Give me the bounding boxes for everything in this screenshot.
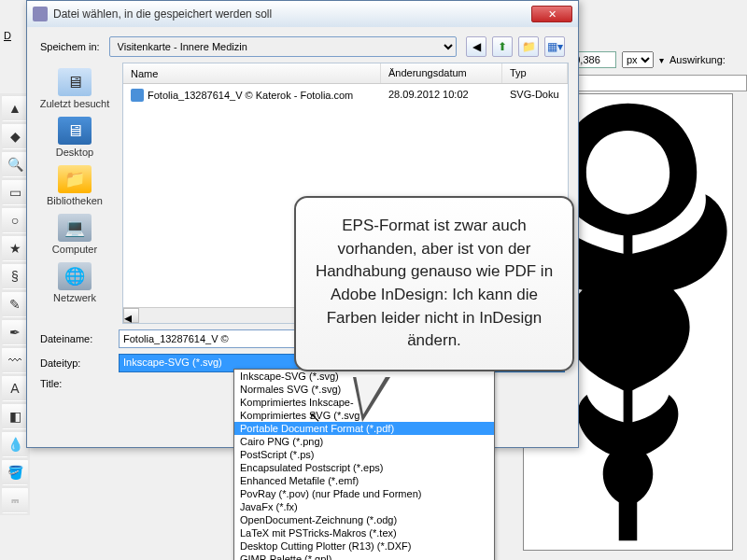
place-network[interactable]: 🌐Netzwerk (33, 260, 117, 305)
file-list-header[interactable]: Name Änderungsdatum Typ (123, 63, 568, 84)
places-sidebar: 🖥Zuletzt besucht 🖥Desktop 📁Bibliotheken … (27, 63, 122, 324)
filetype-option[interactable]: Encapsulated Postscript (*.eps) (234, 461, 494, 474)
close-button[interactable]: ✕ (531, 6, 572, 22)
filetype-option[interactable]: Cairo PNG (*.png) (234, 435, 494, 448)
filetype-option[interactable]: PostScript (*.ps) (234, 448, 494, 461)
save-in-label: Speichem in: (40, 41, 100, 52)
tool-dropper[interactable]: 💧 (2, 431, 28, 457)
tool-bucket[interactable]: 🪣 (2, 459, 28, 485)
col-date: Änderungsdatum (381, 63, 502, 83)
col-name: Name (123, 63, 381, 83)
file-row[interactable]: Fotolia_13287614_V © Katerok - Fotolia.c… (123, 84, 568, 106)
filetype-option[interactable]: OpenDocument-Zeichnung (*.odg) (234, 513, 494, 526)
folder-select[interactable]: Visitenkarte - Innere Medizin (109, 36, 457, 57)
filename-label: Dateiname: (40, 333, 106, 344)
place-recent[interactable]: 🖥Zuletzt besucht (33, 66, 117, 111)
dialog-title: Datei wählen, in die gespeichert werden … (53, 7, 272, 21)
tool-connector[interactable]: ⎓ (2, 487, 28, 513)
filetype-option[interactable]: Enhanced Metafile (*.emf) (234, 474, 494, 487)
tool-gradient[interactable]: ◧ (2, 403, 28, 429)
dialog-titlebar: Datei wählen, in die gespeichert werden … (27, 1, 578, 27)
scroll-left[interactable]: ◂ (123, 308, 139, 323)
tool-pointer[interactable]: ▲ (2, 95, 28, 121)
tool-text[interactable]: A (2, 375, 28, 401)
tool-spiral[interactable]: § (2, 263, 28, 289)
tool-zoom[interactable]: 🔍 (2, 151, 28, 177)
tool-pencil[interactable]: ✎ (2, 291, 28, 317)
place-computer[interactable]: 💻Computer (33, 212, 117, 257)
place-desktop[interactable]: 🖥Desktop (33, 115, 117, 160)
filetype-option[interactable]: Desktop Cutting Plotter (R13) (*.DXF) (234, 539, 494, 553)
filetype-label: Dateityp: (40, 357, 106, 369)
tool-circle[interactable]: ○ (2, 207, 28, 233)
col-type: Typ (502, 63, 568, 83)
tool-star[interactable]: ★ (2, 235, 28, 261)
filetype-option[interactable]: LaTeX mit PSTricks-Makros (*.tex) (234, 526, 494, 539)
tool-node[interactable]: ◆ (2, 123, 28, 149)
filetype-option[interactable]: PovRay (*.pov) (nur Pfade und Formen) (234, 487, 494, 500)
effects-label: Auswirkung: (669, 54, 726, 65)
tutorial-callout: EPS-Format ist zwar auch vorhanden, aber… (294, 196, 574, 371)
new-folder-button[interactable]: 📁 (518, 36, 539, 57)
tool-pen[interactable]: ✒ (2, 319, 28, 345)
view-menu-button[interactable]: ▦▾ (544, 36, 565, 57)
tool-rect[interactable]: ▭ (2, 179, 28, 205)
back-button[interactable]: ◀ (466, 36, 486, 57)
unit-select[interactable]: px (622, 51, 654, 68)
title-label: Title: (40, 378, 106, 389)
dialog-icon (33, 7, 48, 21)
up-button[interactable]: ⬆ (492, 36, 513, 57)
filetype-option[interactable]: JavaFx (*.fx) (234, 500, 494, 513)
tool-calligraphy[interactable]: 〰 (2, 347, 28, 373)
filetype-option[interactable]: GIMP-Palette (*.gpl) (234, 553, 494, 560)
file-icon (131, 89, 144, 102)
menu-underline: D (0, 28, 19, 43)
place-libraries[interactable]: 📁Bibliotheken (33, 163, 117, 208)
filetype-option[interactable]: Portable Document Format (*.pdf) (234, 422, 494, 435)
